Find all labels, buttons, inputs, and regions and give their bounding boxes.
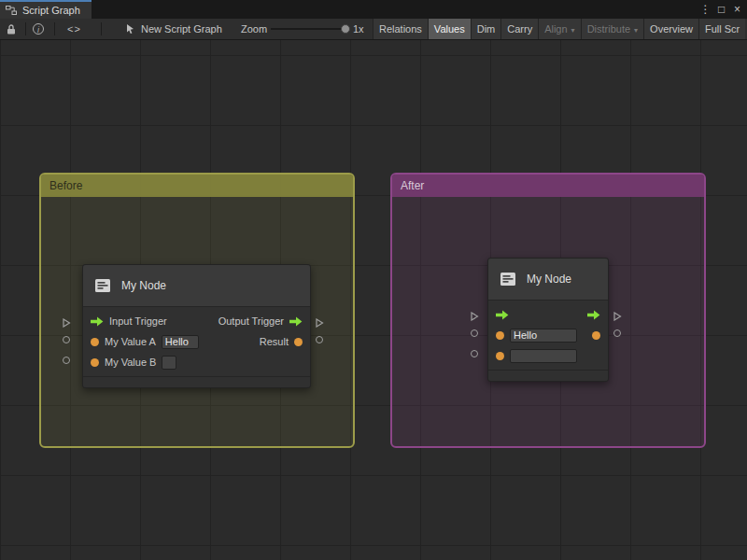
ext-flow-port[interactable] <box>470 308 479 325</box>
script-graph-tab-icon <box>6 5 17 16</box>
info-icon[interactable]: i <box>33 19 44 39</box>
ext-value-port[interactable] <box>63 357 70 364</box>
zoom-slider[interactable] <box>271 28 345 30</box>
value-port-icon[interactable] <box>592 331 600 340</box>
zoom-value: 1x <box>353 19 364 39</box>
flow-port-icon[interactable] <box>496 310 509 320</box>
relations-button[interactable]: Relations <box>373 19 428 39</box>
node-row: My Value B <box>83 352 310 372</box>
toolbar-separator <box>25 22 26 35</box>
flow-port-icon[interactable] <box>91 316 104 327</box>
node-row <box>488 304 608 325</box>
window-menu-icon[interactable]: ⋮ <box>698 0 713 19</box>
graph-toolbar: i <> New Script Graph Zoom 1x Relations … <box>0 19 747 40</box>
graph-asset-icon <box>125 23 135 35</box>
value-b-input[interactable] <box>510 349 577 363</box>
maximize-icon[interactable]: □ <box>713 0 729 19</box>
node-title: My Node <box>527 273 571 286</box>
value-a-input[interactable] <box>162 335 199 349</box>
lock-icon[interactable] <box>6 19 17 39</box>
ext-flow-port[interactable] <box>613 308 622 325</box>
node-title: My Node <box>121 279 166 292</box>
chevron-down-icon: ▾ <box>634 26 638 35</box>
ext-value-port[interactable] <box>63 336 70 343</box>
carry-button[interactable]: Carry <box>500 19 538 39</box>
value-b-input[interactable] <box>162 356 176 370</box>
node-row <box>488 325 608 345</box>
group-title: Before <box>49 179 82 192</box>
flow-port-icon[interactable] <box>587 310 600 320</box>
graph-asset[interactable]: New Script Graph <box>125 19 222 39</box>
distribute-button[interactable]: Distribute ▾ <box>581 19 643 39</box>
script-graph-window: Script Graph ⋮ □ × i <> Ne <box>0 0 747 560</box>
after-node-header[interactable]: My Node <box>488 259 608 301</box>
toolbar-separator <box>101 22 102 35</box>
value-port-icon[interactable] <box>91 358 99 367</box>
tab-bar: Script Graph ⋮ □ × <box>0 0 747 19</box>
tab-script-graph[interactable]: Script Graph <box>0 0 92 19</box>
zoom-slider-handle[interactable] <box>341 24 350 34</box>
port-label: My Value B <box>105 357 156 368</box>
ext-value-port[interactable] <box>471 350 478 357</box>
toolbar-buttons: Relations Values Dim Carry Align ▾ Distr… <box>373 19 745 39</box>
chevron-down-icon: ▾ <box>571 26 575 35</box>
overview-button[interactable]: Overview <box>643 19 698 39</box>
port-label: My Value A <box>105 336 156 347</box>
window-controls: ⋮ □ × <box>698 0 745 19</box>
tab-title: Script Graph <box>22 5 80 16</box>
edit-source-icon[interactable]: <> <box>67 19 81 39</box>
flow-port-icon[interactable] <box>289 316 303 327</box>
after-node[interactable]: My Node <box>487 258 609 382</box>
unit-icon <box>92 275 113 296</box>
node-row <box>488 345 608 366</box>
before-node-header[interactable]: My Node <box>83 265 310 307</box>
value-a-input[interactable] <box>510 329 577 343</box>
node-footer <box>488 370 608 381</box>
group-title: After <box>401 179 424 192</box>
ext-value-port[interactable] <box>316 336 323 343</box>
node-footer <box>83 376 310 387</box>
ext-value-port[interactable] <box>613 329 621 337</box>
group-after-header[interactable]: After <box>392 175 704 197</box>
unit-icon <box>498 269 518 289</box>
ext-value-port[interactable] <box>471 329 478 337</box>
ext-flow-port[interactable] <box>315 315 324 331</box>
dim-button[interactable]: Dim <box>471 19 501 39</box>
node-row: My Value A Result <box>83 331 310 352</box>
ext-flow-port[interactable] <box>62 315 71 331</box>
port-label: Result <box>260 336 289 347</box>
before-node[interactable]: My Node Input Trigger Output Trigger <box>82 264 311 388</box>
port-label: Output Trigger <box>218 315 284 327</box>
value-port-icon[interactable] <box>294 338 303 346</box>
graph-canvas[interactable]: Before After My Node <box>0 40 747 560</box>
fullscreen-button[interactable]: Full Scr <box>698 19 745 39</box>
group-before-header[interactable]: Before <box>41 175 353 197</box>
align-button[interactable]: Align ▾ <box>538 19 580 39</box>
value-port-icon[interactable] <box>91 338 99 346</box>
toolbar-separator <box>54 22 55 35</box>
node-body <box>488 301 608 370</box>
value-port-icon[interactable] <box>496 352 504 360</box>
node-row: Input Trigger Output Trigger <box>83 311 310 331</box>
close-icon[interactable]: × <box>729 0 745 19</box>
graph-asset-name: New Script Graph <box>141 23 222 35</box>
port-label: Input Trigger <box>109 315 167 327</box>
zoom-label: Zoom <box>241 19 267 39</box>
values-button[interactable]: Values <box>428 19 471 39</box>
node-body: Input Trigger Output Trigger My Value A … <box>83 307 310 376</box>
value-port-icon[interactable] <box>496 331 504 340</box>
